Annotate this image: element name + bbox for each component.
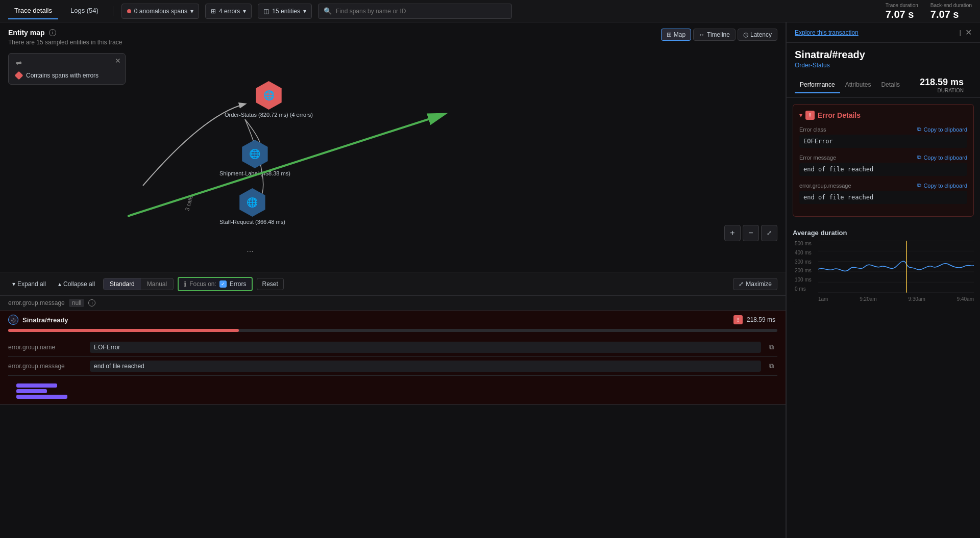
copy-icon: ⧉ <box>917 182 921 189</box>
trace-header-row: error.group.message null i <box>0 296 786 311</box>
zoom-controls: + − ⤢ <box>724 225 777 241</box>
map-btn-timeline[interactable]: ↔ Timeline <box>693 29 736 41</box>
latency-icon: ◷ <box>743 31 748 38</box>
map-btn-map[interactable]: ⊞ Map <box>661 29 691 41</box>
copy-error-message-btn[interactable]: ⧉ Copy to clipboard <box>917 154 967 161</box>
error-card-title: ▾ ! Error Details <box>799 111 967 120</box>
trace-row-sinatra: ◎ Sinatra/#ready ! 218.59 ms error.group… <box>0 311 786 405</box>
timeline-icon: ↔ <box>699 31 705 38</box>
entity-map-info-icon[interactable]: i <box>49 29 56 36</box>
collapse-all-btn[interactable]: ▴ Collapse all <box>54 278 99 290</box>
sub-bar-1 <box>16 383 57 388</box>
error-group-message-label: error.group.message <box>799 183 851 189</box>
expand-all-btn[interactable]: ▾ Expand all <box>8 278 50 290</box>
copy-error-group-btn[interactable]: ⧉ Copy to clipboard <box>917 182 967 189</box>
explore-transaction-link[interactable]: Explore this transaction <box>795 29 859 36</box>
error-details-card: ▾ ! Error Details Error class ⧉ Copy to … <box>793 104 974 217</box>
left-panel: Entity map i There are 15 sampled entiti… <box>0 22 786 538</box>
filter-entities[interactable]: ◫ 15 entities ▾ <box>258 4 312 19</box>
chevron-down-icon: ▾ <box>243 8 246 15</box>
map-btn-latency[interactable]: ◷ Latency <box>738 29 777 41</box>
search-input[interactable] <box>336 8 506 15</box>
error-group-message-group: error.group.message ⧉ Copy to clipboard … <box>799 182 967 204</box>
chevron-down-icon: ▾ <box>190 8 193 15</box>
maximize-btn[interactable]: ⤢ Maximize <box>733 278 777 290</box>
entities-icon: ◫ <box>263 8 269 15</box>
group-message-copy-icon[interactable]: ⧉ <box>765 360 777 372</box>
tab-logs[interactable]: Logs (54) <box>64 3 105 19</box>
filter-errors[interactable]: ⊞ 4 errors ▾ <box>205 4 252 19</box>
col-info-icon[interactable]: i <box>88 299 95 306</box>
entity-canvas: 3 calls ... 🌐 Order-Status (820.72 ms) (… <box>0 53 786 272</box>
service-sub[interactable]: Order-Status <box>787 62 980 73</box>
node-order-status[interactable]: 🌐 Order-Status (820.72 ms) (4 errors) <box>225 81 313 118</box>
manual-btn[interactable]: Manual <box>141 278 173 290</box>
sinatra-error-icon: ! <box>733 315 743 324</box>
top-bar: Trace details Logs (54) 0 anomalous span… <box>0 0 980 22</box>
right-panel: Explore this transaction | ✕ Sinatra/#re… <box>786 22 980 538</box>
zoom-in-btn[interactable]: + <box>724 225 741 241</box>
sinatra-service-icon: ◎ <box>8 315 18 325</box>
error-class-header: Error class ⧉ Copy to clipboard <box>799 126 967 133</box>
standard-btn[interactable]: Standard <box>104 278 141 290</box>
group-message-key: error.group.message <box>8 363 90 370</box>
detail-row-group-name: error.group.name EOFError ⧉ <box>8 338 777 357</box>
avg-duration-chart: 0 ms 100 ms 200 ms 300 ms 400 ms 500 ms <box>793 241 974 302</box>
close-btn[interactable]: ✕ <box>965 28 972 37</box>
sinatra-error-fill <box>8 329 239 332</box>
tab-trace-details[interactable]: Trace details <box>8 3 58 19</box>
sub-bar-2 <box>16 389 47 393</box>
tab-details[interactable]: Details <box>876 77 905 93</box>
node-shipment-label[interactable]: 🌐 Shipment-Label (458.38 ms) <box>219 140 290 176</box>
sinatra-name: Sinatra/#ready <box>22 316 68 324</box>
null-badge: null <box>69 299 85 307</box>
info-icon: ℹ <box>184 280 186 288</box>
group-message-val: end of file reached <box>90 361 761 372</box>
node-label-order-status: Order-Status (820.72 ms) (4 errors) <box>225 112 313 118</box>
zoom-fit-btn[interactable]: ⤢ <box>761 225 777 241</box>
sinatra-progress-bar <box>8 329 777 332</box>
zoom-out-btn[interactable]: − <box>743 225 759 241</box>
trace-row-header-sinatra[interactable]: ◎ Sinatra/#ready ! 218.59 ms <box>0 311 786 329</box>
error-message-label: Error message <box>799 155 836 161</box>
error-badge-icon: ! <box>805 111 815 120</box>
tab-performance[interactable]: Performance <box>795 77 840 93</box>
anomalous-dot <box>127 9 131 13</box>
group-name-copy-icon[interactable]: ⧉ <box>765 341 777 353</box>
chevron-down-icon: ▾ <box>303 8 306 15</box>
search-box[interactable]: 🔍 <box>318 4 512 19</box>
node-label-staff-request: Staff-Request (366.48 ms) <box>219 219 285 225</box>
error-class-value: EOFError <box>799 135 967 148</box>
duration-badge: 218.59 ms DURATION <box>912 73 972 97</box>
filter-anomalous-spans[interactable]: 0 anomalous spans ▾ <box>121 4 199 19</box>
copy-error-class-btn[interactable]: ⧉ Copy to clipboard <box>917 126 967 133</box>
maximize-icon: ⤢ <box>739 280 744 288</box>
collapse-chevron-icon[interactable]: ▾ <box>799 112 802 119</box>
chart-x-labels: 1am 9:20am 9:30am 9:40am <box>818 292 974 302</box>
green-arrow-svg <box>128 104 510 247</box>
error-grid-icon: ⊞ <box>211 8 216 15</box>
node-label-shipment-label: Shipment-Label (458.38 ms) <box>219 170 290 176</box>
sinatra-duration: 218.59 ms <box>747 316 775 323</box>
errors-checkbox[interactable]: ✓ <box>219 280 227 288</box>
node-staff-request[interactable]: 🌐 Staff-Request (366.48 ms) <box>219 188 285 225</box>
error-message-group: Error message ⧉ Copy to clipboard end of… <box>799 154 967 176</box>
node-hex-shipment-label: 🌐 <box>240 140 269 168</box>
map-controls: ⊞ Map ↔ Timeline ◷ Latency <box>661 29 777 41</box>
chevron-down-icon: ▾ <box>12 280 15 288</box>
duration-info: Trace duration 7.07 s Back-end duration … <box>886 2 972 20</box>
detail-row-group-message: error.group.message end of file reached … <box>8 357 777 376</box>
tab-attributes[interactable]: Attributes <box>840 77 876 93</box>
reset-btn[interactable]: Reset <box>257 278 284 290</box>
message-col-header: error.group.message <box>8 299 65 306</box>
error-group-value: end of file reached <box>799 191 967 204</box>
service-name: Sinatra/#ready <box>787 43 980 62</box>
node-hex-order-status: 🌐 <box>255 81 283 110</box>
avg-duration-title: Average duration <box>793 229 974 237</box>
search-icon: 🔍 <box>324 7 332 15</box>
group-name-key: error.group.name <box>8 344 90 351</box>
error-message-header: Error message ⧉ Copy to clipboard <box>799 154 967 161</box>
error-details-title: Error Details <box>818 111 861 119</box>
avg-duration-section: Average duration 0 ms 100 ms 200 ms 300 … <box>787 223 980 308</box>
main-layout: Entity map i There are 15 sampled entiti… <box>0 22 980 538</box>
